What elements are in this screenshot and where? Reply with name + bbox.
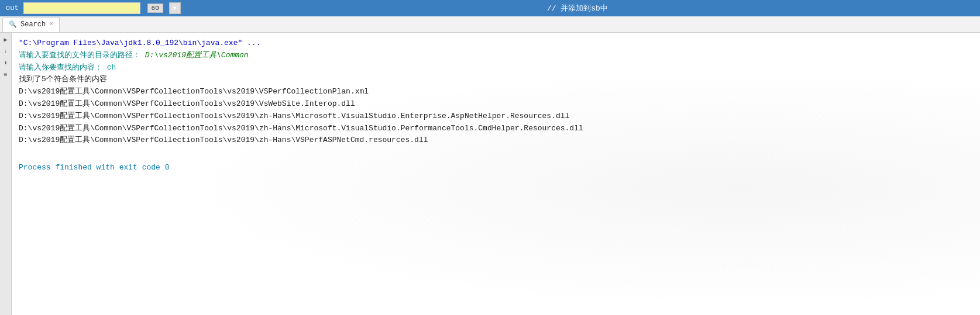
console-line-file-2: D:\vs2019配置工具\Common\VSPerfCollectionToo… [19, 98, 973, 110]
sidebar-icon-down2[interactable]: ⬇ [1, 58, 11, 68]
console-line-content-prompt: 请输入你要查找的内容： ch [19, 62, 973, 74]
content-prompt-value: ch [107, 63, 116, 72]
top-bar-tab-name: out [6, 4, 19, 12]
main-layout: ▶ ↓ ⬇ ≡ "C:\Program Files\Java\jdk1.8.0_… [0, 33, 980, 315]
top-bar-page-number: 60 [147, 4, 163, 13]
sidebar-icon-run[interactable]: ▶ [1, 35, 11, 44]
console-line-dir-prompt: 请输入要查找的文件的目录的路径： D:\vs2019配置工具\Common [19, 50, 973, 62]
top-bar-input[interactable] [23, 2, 140, 14]
sidebar-icon-menu[interactable]: ≡ [1, 70, 11, 79]
console-line-process-exit: Process finished with exit code 0 [19, 162, 973, 174]
search-icon: 🔍 [9, 20, 17, 28]
content-prompt-label: 请输入你要查找的内容： [19, 63, 102, 72]
console-blank-line [19, 147, 973, 162]
tab-bar: 🔍 Search × [0, 16, 980, 33]
console-area[interactable]: "C:\Program Files\Java\jdk1.8.0_192\bin\… [12, 33, 980, 315]
console-line-file-1: D:\vs2019配置工具\Common\VSPerfCollectionToo… [19, 86, 973, 98]
top-bar-scroll-btn[interactable]: ▼ [169, 2, 181, 14]
top-bar: out 60 ▼ // 并添加到sb中 [0, 0, 980, 16]
tab-search-label: Search [20, 20, 46, 29]
left-sidebar: ▶ ↓ ⬇ ≡ [0, 33, 12, 315]
console-line-result-count: 找到了5个符合条件的内容 [19, 74, 973, 86]
dir-prompt-label: 请输入要查找的文件的目录的路径： [19, 51, 140, 60]
console-line-file-4: D:\vs2019配置工具\Common\VSPerfCollectionToo… [19, 123, 973, 135]
top-bar-left: out 60 ▼ [6, 2, 181, 14]
console-line-java-cmd: "C:\Program Files\Java\jdk1.8.0_192\bin\… [19, 37, 973, 50]
tab-search[interactable]: 🔍 Search × [2, 17, 60, 32]
dir-prompt-value: D:\vs2019配置工具\Common [145, 51, 249, 60]
sidebar-icon-down1[interactable]: ↓ [1, 47, 11, 56]
tab-close-icon[interactable]: × [49, 21, 53, 27]
top-bar-center-label: // 并添加到sb中 [181, 3, 974, 13]
console-line-file-5: D:\vs2019配置工具\Common\VSPerfCollectionToo… [19, 134, 973, 147]
console-line-file-3: D:\vs2019配置工具\Common\VSPerfCollectionToo… [19, 110, 973, 123]
